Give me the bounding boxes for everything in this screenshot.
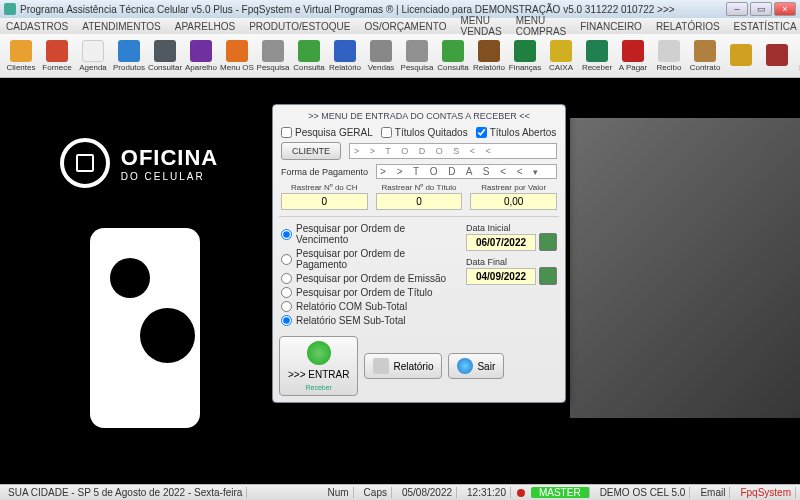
- toolbar-produtos[interactable]: Produtos: [112, 36, 146, 76]
- toolbar-icon: [46, 40, 68, 62]
- money-icon: [307, 341, 331, 365]
- toolbar-icon: [658, 40, 680, 62]
- toolbar: ClientesForneceAgendaProdutosConsultarAp…: [0, 34, 800, 78]
- rastrear-valor-input[interactable]: [470, 193, 557, 210]
- toolbar-clientes[interactable]: Clientes: [4, 36, 38, 76]
- toolbar-icon: [622, 40, 644, 62]
- toolbar-menu os[interactable]: Menu OS: [220, 36, 254, 76]
- menu-item[interactable]: ATENDIMENTOS: [82, 21, 161, 32]
- toolbar-a pagar[interactable]: A Pagar: [616, 36, 650, 76]
- toolbar-relatório[interactable]: Relatório: [328, 36, 362, 76]
- dialog-title: >> MENU DE ENTRADA DO CONTAS A RECEBER <…: [279, 111, 559, 121]
- toolbar-aparelho[interactable]: Aparelho: [184, 36, 218, 76]
- window-title: Programa Assistência Técnica Celular v5.…: [20, 4, 675, 15]
- toolbar-pesquisa[interactable]: Pesquisa: [400, 36, 434, 76]
- rastrear-titulo-input[interactable]: [376, 193, 463, 210]
- radio-ordem-pagamento[interactable]: Pesquisar por Ordem de Pagamento: [281, 248, 458, 270]
- cliente-button[interactable]: CLIENTE: [281, 142, 341, 160]
- toolbar-recibo[interactable]: Recibo: [652, 36, 686, 76]
- toolbar-button[interactable]: [724, 36, 758, 76]
- toolbar-suporte[interactable]: Suporte: [796, 36, 800, 76]
- radio-ordem-titulo[interactable]: Pesquisar por Ordem de Título: [281, 287, 458, 298]
- toolbar-relatório[interactable]: Relatório: [472, 36, 506, 76]
- menu-bar: CADASTROS ATENDIMENTOS APARELHOS PRODUTO…: [0, 18, 800, 34]
- radio-com-subtotal[interactable]: Relatório COM Sub-Total: [281, 301, 458, 312]
- toolbar-icon: [586, 40, 608, 62]
- report-icon: [373, 358, 389, 374]
- toolbar-icon: [442, 40, 464, 62]
- toolbar-fornece[interactable]: Fornece: [40, 36, 74, 76]
- toolbar-receber[interactable]: Receber: [580, 36, 614, 76]
- data-inicial-label: Data Inicial: [466, 223, 557, 233]
- minimize-button[interactable]: –: [726, 2, 748, 16]
- status-location: SUA CIDADE - SP 5 de Agosto de 2022 - Se…: [4, 487, 247, 498]
- checkbox-titulos-quitados[interactable]: Títulos Quitados: [381, 127, 468, 138]
- app-icon: [4, 3, 16, 15]
- maximize-button[interactable]: ▭: [750, 2, 772, 16]
- toolbar-icon: [478, 40, 500, 62]
- data-inicial-input[interactable]: [466, 234, 536, 251]
- relatorio-button[interactable]: Relatório: [364, 353, 442, 379]
- status-time: 12:31:20: [463, 487, 511, 498]
- workspace: OFICINA DO CELULAR >> MENU DE ENTRADA DO…: [0, 78, 800, 484]
- menu-item[interactable]: MENU COMPRAS: [516, 15, 567, 37]
- menu-item[interactable]: CADASTROS: [6, 21, 68, 32]
- toolbar-icon: [118, 40, 140, 62]
- toolbar-icon: [766, 44, 788, 66]
- status-caps: Caps: [360, 487, 392, 498]
- toolbar-vendas[interactable]: Vendas: [364, 36, 398, 76]
- toolbar-icon: [334, 40, 356, 62]
- calendar-icon[interactable]: [539, 267, 557, 285]
- checkbox-titulos-abertos[interactable]: Títulos Abertos: [476, 127, 557, 138]
- close-button[interactable]: ×: [774, 2, 796, 16]
- menu-item[interactable]: APARELHOS: [175, 21, 235, 32]
- rastrear-ch-input[interactable]: [281, 193, 368, 210]
- forma-pagamento-label: Forma de Pagamento: [281, 167, 368, 177]
- status-num: Num: [323, 487, 353, 498]
- sair-button[interactable]: Sair: [448, 353, 504, 379]
- toolbar-icon: [10, 40, 32, 62]
- toolbar-icon: [550, 40, 572, 62]
- calendar-icon[interactable]: [539, 233, 557, 251]
- menu-item[interactable]: ESTATÍSTICA: [734, 21, 797, 32]
- status-fpq[interactable]: FpqSystem: [736, 487, 796, 498]
- toolbar-icon: [226, 40, 248, 62]
- status-date: 05/08/2022: [398, 487, 457, 498]
- data-final-input[interactable]: [466, 268, 536, 285]
- toolbar-agenda[interactable]: Agenda: [76, 36, 110, 76]
- entrar-button[interactable]: >>> ENTRAR Receber: [279, 336, 358, 396]
- toolbar-pesquisa[interactable]: Pesquisa: [256, 36, 290, 76]
- toolbar-icon: [82, 40, 104, 62]
- toolbar-contrato[interactable]: Contrato: [688, 36, 722, 76]
- radio-ordem-emissao[interactable]: Pesquisar por Ordem de Emissão: [281, 273, 458, 284]
- toolbar-finanças[interactable]: Finanças: [508, 36, 542, 76]
- status-master: MASTER: [531, 487, 590, 498]
- radio-ordem-vencimento[interactable]: Pesquisar por Ordem de Vencimento: [281, 223, 458, 245]
- status-email[interactable]: Email: [696, 487, 730, 498]
- toolbar-icon: [298, 40, 320, 62]
- logo-line1: OFICINA: [121, 145, 218, 171]
- menu-item[interactable]: OS/ORÇAMENTO: [364, 21, 446, 32]
- forma-pagamento-select[interactable]: > > T O D A S < < ▾: [376, 164, 557, 179]
- toolbar-consulta[interactable]: Consulta: [292, 36, 326, 76]
- toolbar-icon: [730, 44, 752, 66]
- toolbar-button[interactable]: [760, 36, 794, 76]
- logo-line2: DO CELULAR: [121, 171, 218, 182]
- menu-item[interactable]: RELATÓRIOS: [656, 21, 720, 32]
- radio-sem-subtotal[interactable]: Relatório SEM Sub-Total: [281, 315, 458, 326]
- contas-receber-dialog: >> MENU DE ENTRADA DO CONTAS A RECEBER <…: [272, 104, 566, 403]
- led-icon: [517, 489, 525, 497]
- toolbar-caixa[interactable]: CAIXA: [544, 36, 578, 76]
- gear-icon: [60, 138, 110, 188]
- title-bar: Programa Assistência Técnica Celular v5.…: [0, 0, 800, 18]
- toolbar-icon: [370, 40, 392, 62]
- menu-item[interactable]: MENU VENDAS: [461, 15, 502, 37]
- toolbar-consulta[interactable]: Consulta: [436, 36, 470, 76]
- toolbar-icon: [190, 40, 212, 62]
- menu-item[interactable]: PRODUTO/ESTOQUE: [249, 21, 350, 32]
- toolbar-icon: [694, 40, 716, 62]
- checkbox-pesquisa-geral[interactable]: Pesquisa GERAL: [281, 127, 373, 138]
- toolbar-consultar[interactable]: Consultar: [148, 36, 182, 76]
- data-final-label: Data Final: [466, 257, 557, 267]
- menu-item[interactable]: FINANCEIRO: [580, 21, 642, 32]
